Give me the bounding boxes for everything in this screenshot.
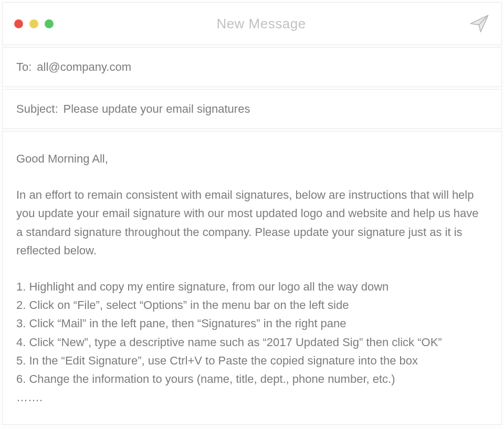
to-value: all@company.com bbox=[37, 60, 131, 74]
to-label: To: bbox=[16, 60, 32, 74]
step-line: ……. bbox=[16, 388, 488, 406]
body-intro: In an effort to remain consistent with e… bbox=[16, 186, 488, 260]
step-line: 1. Highlight and copy my entire signatur… bbox=[16, 277, 488, 296]
step-line: 2. Click on “File”, select “Options” in … bbox=[16, 296, 488, 314]
step-line: 4. Click “New”, type a descriptive name … bbox=[16, 333, 488, 351]
minimize-icon[interactable] bbox=[29, 19, 38, 28]
maximize-icon[interactable] bbox=[45, 19, 54, 28]
compose-window: New Message To: all@company.com Subject:… bbox=[0, 2, 504, 429]
send-button[interactable] bbox=[469, 13, 490, 34]
body-steps: 1. Highlight and copy my entire signatur… bbox=[16, 277, 488, 406]
window-title: New Message bbox=[54, 16, 469, 32]
step-line: 5. In the “Edit Signature”, use Ctrl+V t… bbox=[16, 351, 488, 370]
step-line: 6. Change the information to yours (name… bbox=[16, 370, 488, 388]
traffic-lights bbox=[14, 19, 54, 28]
body-greeting: Good Morning All, bbox=[16, 149, 488, 168]
window-header: New Message bbox=[2, 2, 502, 45]
close-icon[interactable] bbox=[14, 19, 23, 28]
message-body[interactable]: Good Morning All, In an effort to remain… bbox=[2, 131, 502, 425]
subject-label: Subject: bbox=[16, 102, 58, 116]
subject-field[interactable]: Subject: Please update your email signat… bbox=[2, 89, 502, 129]
paper-plane-icon bbox=[469, 14, 489, 34]
subject-value: Please update your email signatures bbox=[64, 102, 250, 116]
to-field[interactable]: To: all@company.com bbox=[2, 47, 502, 87]
step-line: 3. Click “Mail” in the left pane, then “… bbox=[16, 314, 488, 333]
